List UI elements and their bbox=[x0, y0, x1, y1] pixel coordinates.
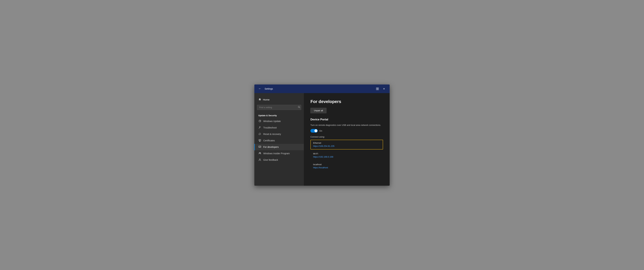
home-icon bbox=[258, 98, 261, 101]
windows-insider-icon bbox=[258, 152, 261, 155]
sidebar-item-windows-insider[interactable]: Windows Insider Program bbox=[254, 150, 304, 157]
certificates-icon bbox=[258, 139, 261, 142]
troubleshoot-icon bbox=[258, 126, 261, 129]
settings-window: ← Settings ✕ Hom bbox=[254, 84, 390, 186]
svg-point-15 bbox=[260, 152, 261, 153]
sidebar-item-windows-update[interactable]: Windows Update bbox=[254, 118, 304, 124]
toggle-row: On bbox=[310, 129, 383, 132]
svg-rect-1 bbox=[378, 88, 378, 89]
search-container bbox=[257, 105, 301, 110]
sidebar-item-label: Troubleshoot bbox=[263, 126, 277, 129]
svg-line-5 bbox=[300, 107, 300, 108]
close-button[interactable]: ✕ bbox=[381, 86, 387, 92]
sidebar-home[interactable]: Home bbox=[254, 96, 304, 103]
sidebar-item-label: Certificates bbox=[263, 139, 275, 142]
connection-wifi-url[interactable]: https://192.168.0.168 bbox=[313, 156, 333, 158]
svg-line-7 bbox=[259, 127, 260, 128]
back-button[interactable]: ← bbox=[257, 86, 262, 91]
titlebar: ← Settings ✕ bbox=[254, 84, 390, 93]
connection-localhost-name: localhost bbox=[313, 163, 380, 166]
connection-localhost[interactable]: localhost https://localhost bbox=[310, 161, 383, 171]
window-title: Settings bbox=[264, 87, 374, 90]
windows-update-icon bbox=[258, 120, 261, 123]
svg-rect-3 bbox=[378, 89, 378, 90]
sidebar-item-label: Reset & recovery bbox=[263, 133, 281, 136]
connection-wifi-name: Wi-Fi bbox=[313, 153, 380, 155]
svg-rect-0 bbox=[376, 88, 377, 89]
home-label: Home bbox=[263, 98, 270, 101]
snap-button[interactable] bbox=[374, 86, 380, 92]
sidebar-item-reset-recovery[interactable]: Reset & recovery bbox=[254, 131, 304, 138]
sidebar-item-label: Windows Insider Program bbox=[263, 152, 290, 155]
sidebar-item-troubleshoot[interactable]: Troubleshoot bbox=[254, 124, 304, 131]
toggle-knob bbox=[314, 129, 318, 132]
svg-rect-8 bbox=[259, 139, 261, 141]
reset-icon bbox=[258, 132, 261, 136]
device-portal-title: Device Portal bbox=[310, 118, 383, 121]
device-portal-toggle[interactable] bbox=[310, 129, 318, 132]
svg-point-4 bbox=[298, 106, 300, 108]
connection-localhost-url[interactable]: https://localhost bbox=[313, 166, 328, 169]
search-icon-button[interactable] bbox=[298, 106, 300, 109]
page-title: For developers bbox=[310, 99, 383, 104]
sidebar-section-label: Update & Security bbox=[254, 112, 304, 118]
device-portal-description: Turn on remote diagnostics over USB and … bbox=[310, 123, 383, 127]
toggle-label: On bbox=[319, 130, 322, 132]
sidebar-item-give-feedback[interactable]: Give feedback bbox=[254, 157, 304, 163]
connect-using-label: Connect using: bbox=[310, 136, 383, 138]
svg-point-16 bbox=[259, 159, 260, 160]
connection-wifi[interactable]: Wi-Fi https://192.168.0.168 bbox=[310, 151, 383, 160]
sidebar-item-label: Windows Update bbox=[263, 120, 281, 122]
search-input[interactable] bbox=[257, 105, 301, 110]
connection-ethernet-url[interactable]: https://169.254.91.235 bbox=[313, 145, 334, 147]
connection-ethernet[interactable]: Ethernet https://169.254.91.235 bbox=[310, 140, 383, 150]
window-controls: ✕ bbox=[374, 86, 387, 92]
sidebar-item-label: For developers bbox=[263, 146, 278, 148]
svg-line-13 bbox=[260, 146, 260, 147]
sidebar-item-certificates[interactable]: Certificates bbox=[254, 138, 304, 144]
give-feedback-icon bbox=[258, 158, 261, 162]
main-content: For developers Unpair all Device Portal … bbox=[304, 93, 390, 186]
connection-ethernet-name: Ethernet bbox=[313, 142, 380, 144]
unpair-all-button[interactable]: Unpair all bbox=[310, 108, 326, 113]
sidebar-item-label: Give feedback bbox=[263, 159, 278, 161]
for-developers-icon bbox=[258, 146, 261, 149]
sidebar: Home Update & Security bbox=[254, 93, 304, 186]
sidebar-item-for-developers[interactable]: For developers bbox=[254, 144, 304, 150]
content-area: Home Update & Security bbox=[254, 93, 390, 186]
svg-rect-2 bbox=[376, 89, 377, 90]
